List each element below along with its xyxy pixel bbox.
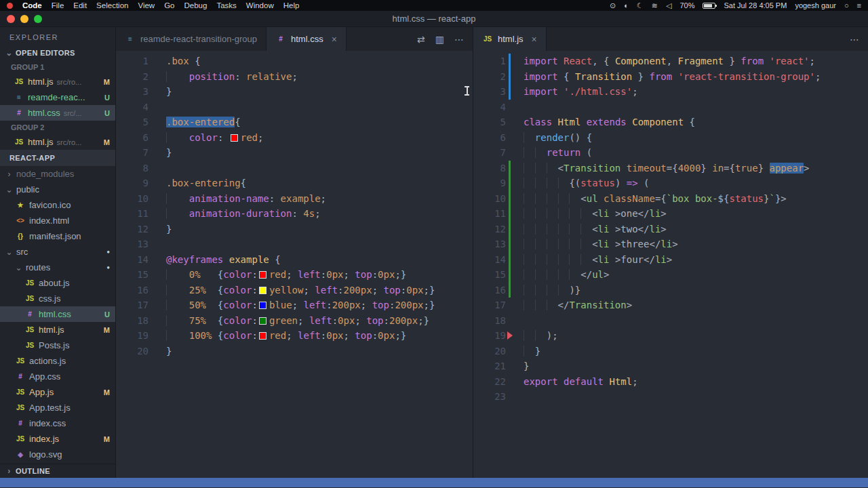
- file-name: index.css: [29, 418, 66, 428]
- menu-item-file[interactable]: File: [52, 0, 64, 11]
- file-item[interactable]: ★favicon.ico: [0, 197, 115, 213]
- token: </: [638, 208, 650, 219]
- gutter: [149, 328, 157, 344]
- file-item[interactable]: JScss.js: [0, 291, 115, 306]
- menu-item-selection[interactable]: Selection: [96, 0, 128, 11]
- menu-item-debug[interactable]: Debug: [184, 0, 207, 11]
- folder-item[interactable]: ⌄public: [0, 182, 115, 197]
- file-item[interactable]: #App.css: [0, 369, 115, 384]
- line-number: 19: [473, 328, 506, 344]
- folder-item[interactable]: ⌄routes●: [0, 260, 115, 275]
- token: </: [644, 254, 655, 265]
- token: {: [206, 285, 223, 296]
- code-text: <li >two</li>: [514, 222, 667, 237]
- open-editor-item[interactable]: #html.csssrc/...U: [0, 105, 115, 121]
- file-item[interactable]: {}manifest.json: [0, 228, 115, 244]
- file-item[interactable]: JSApp.test.js: [0, 400, 115, 415]
- file-item[interactable]: #index.css: [0, 415, 115, 431]
- menu-item-tasks[interactable]: Tasks: [216, 0, 236, 11]
- code-area[interactable]: 1import React, { Component, Fragment } f…: [473, 51, 868, 478]
- file-name: src: [16, 247, 28, 257]
- file-item[interactable]: JSabout.js: [0, 275, 115, 291]
- token: :: [252, 285, 257, 296]
- token: color: [189, 132, 218, 143]
- file-name: html.js: [39, 325, 64, 335]
- gutter: [149, 100, 157, 115]
- token: [524, 239, 592, 249]
- open-editor-item[interactable]: ≡reamde-reac...U: [0, 89, 115, 105]
- more-actions-icon[interactable]: ⋯: [850, 34, 859, 45]
- folder-item[interactable]: ⌄src●: [0, 244, 115, 260]
- file-name: html.css: [28, 108, 60, 118]
- file-item[interactable]: JSPosts.js: [0, 338, 115, 353]
- menu-item-edit[interactable]: Edit: [73, 0, 87, 11]
- open-editor-item[interactable]: JShtml.jssrc/ro...M: [0, 74, 115, 89]
- more-actions-icon[interactable]: ⋯: [454, 34, 464, 45]
- folder-item[interactable]: ›node_modules: [0, 166, 115, 182]
- menu-status-icon[interactable]: ⊙: [610, 0, 616, 11]
- close-button[interactable]: [7, 15, 15, 23]
- menu-status-icon[interactable]: ≋: [652, 0, 658, 11]
- close-icon[interactable]: ×: [532, 34, 537, 45]
- git-gutter-add-indicator: [506, 161, 514, 176]
- close-icon[interactable]: ×: [332, 34, 337, 45]
- file-item[interactable]: JSactions.js: [0, 353, 115, 369]
- token: 4000: [678, 163, 701, 174]
- split-editor-icon[interactable]: ▥: [435, 34, 444, 45]
- minimize-button[interactable]: [20, 15, 28, 23]
- menu-app-name[interactable]: Code: [22, 0, 42, 11]
- menu-status-icon[interactable]: ◐: [624, 0, 629, 11]
- code-line: 1.box {: [116, 54, 473, 69]
- file-item[interactable]: <>index.html: [0, 213, 115, 228]
- code-line: 20}: [116, 344, 473, 359]
- color-swatch: [259, 302, 267, 309]
- token: Transition: [564, 163, 620, 174]
- token: 0px: [378, 269, 395, 280]
- menu-item-go[interactable]: Go: [164, 0, 174, 11]
- code-line: 6 color: red;: [116, 130, 473, 146]
- token: from: [741, 56, 764, 66]
- menu-item-window[interactable]: Window: [246, 0, 274, 11]
- gutter: [149, 161, 157, 176]
- menu-status-icon[interactable]: ☾: [637, 0, 644, 11]
- token: [580, 117, 586, 127]
- file-item[interactable]: #html.cssU: [0, 306, 115, 322]
- menubar-clock[interactable]: Sat Jul 28 4:05 PM: [724, 0, 787, 11]
- zoom-button[interactable]: [34, 15, 42, 23]
- token: [524, 254, 592, 265]
- file-item[interactable]: JSindex.jsM: [0, 431, 115, 447]
- token: }: [535, 346, 540, 357]
- token: import: [524, 86, 558, 97]
- token: {: [201, 269, 224, 280]
- chevron-down-icon: ⌄: [5, 247, 13, 257]
- token: ;: [344, 269, 355, 280]
- token: ;: [321, 193, 326, 204]
- menubar-user[interactable]: yogesh gaur: [795, 0, 836, 11]
- code-area[interactable]: 1.box {2 position: relative;3}45.box-ent…: [116, 51, 473, 478]
- explorer-sidebar: EXPLORER ⌄ OPEN EDITORS GROUP 1JShtml.js…: [0, 27, 115, 478]
- code-text: <ul className={`box box-${status}`}>: [514, 191, 787, 207]
- open-editors-header[interactable]: ⌄ OPEN EDITORS: [0, 45, 115, 60]
- tab-html.js[interactable]: JShtml.js×: [473, 27, 547, 51]
- open-changes-icon[interactable]: ⇄: [417, 34, 425, 45]
- file-item[interactable]: ◈logo.svg: [0, 447, 115, 462]
- project-section-header[interactable]: REACT-APP: [0, 150, 115, 166]
- tab-reamde-react-transition-group[interactable]: ≡reamde-react-transition-group: [116, 27, 267, 51]
- outline-section-header[interactable]: › OUTLINE: [0, 464, 115, 478]
- menu-status-icon[interactable]: ≡: [857, 0, 861, 11]
- token: [166, 300, 189, 310]
- open-editor-item[interactable]: JShtml.jssrc/ro...M: [0, 134, 115, 150]
- file-item[interactable]: JSApp.jsM: [0, 384, 115, 400]
- macos-menubar: Code FileEditSelectionViewGoDebugTasksWi…: [0, 0, 868, 11]
- menu-item-help[interactable]: Help: [283, 0, 300, 11]
- token: </: [580, 269, 592, 280]
- token: :: [401, 285, 406, 296]
- menu-status-icon[interactable]: ○: [844, 0, 849, 11]
- token: :: [252, 300, 257, 310]
- menu-status-icon[interactable]: ◁: [666, 0, 671, 11]
- editor-group-2: JShtml.js×⋯1import React, { Component, F…: [473, 27, 868, 478]
- tab-html.css[interactable]: #html.css×: [267, 27, 347, 51]
- window-titlebar[interactable]: html.css — react-app: [0, 11, 868, 27]
- file-item[interactable]: JShtml.jsM: [0, 322, 115, 338]
- menu-item-view[interactable]: View: [138, 0, 155, 11]
